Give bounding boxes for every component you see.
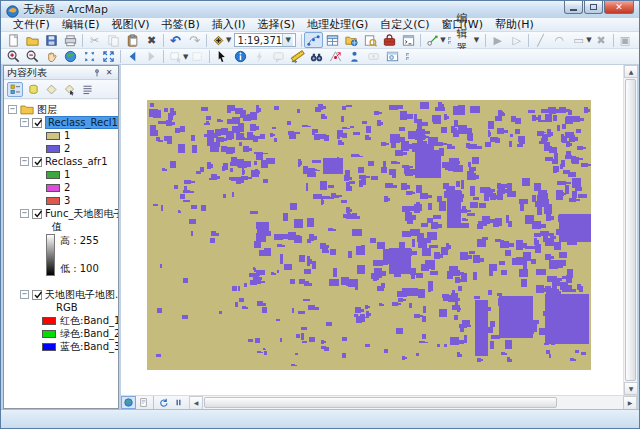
expander-icon[interactable]: − xyxy=(20,290,29,299)
catalog-window-icon[interactable] xyxy=(342,32,361,48)
vertical-scrollbar[interactable]: ▲ ▼ xyxy=(623,65,637,395)
list-by-selection-icon[interactable] xyxy=(61,82,77,97)
menu-5[interactable]: 选择(S) xyxy=(252,18,302,32)
menu-1[interactable]: 编辑(E) xyxy=(56,18,106,32)
full-extent-icon[interactable] xyxy=(61,49,80,65)
layer-name[interactable]: Reclass_afr1 xyxy=(45,156,108,167)
layer-row[interactable]: −Reclass_afr1 xyxy=(4,155,118,168)
menu-3[interactable]: 书签(B) xyxy=(156,18,206,32)
open-icon[interactable] xyxy=(23,32,42,48)
html-popup-icon[interactable] xyxy=(269,49,288,65)
chevron-down-icon[interactable]: ▼ xyxy=(282,34,293,46)
expander-icon[interactable]: − xyxy=(20,209,29,218)
menu-9[interactable]: 帮助(H) xyxy=(489,18,540,32)
minimize-button[interactable] xyxy=(564,1,583,14)
menu-0[interactable]: 文件(F) xyxy=(7,18,56,32)
editor-toolbar-toggle-icon[interactable] xyxy=(304,32,323,48)
print-icon[interactable] xyxy=(61,32,80,48)
data-view-button[interactable] xyxy=(121,396,136,409)
list-by-visibility-icon[interactable] xyxy=(43,82,59,97)
create-viewer-window-icon[interactable] xyxy=(383,49,402,65)
edit-tool-icon[interactable]: ▶ xyxy=(488,32,507,48)
chevron-down-icon[interactable]: ▼ xyxy=(226,36,231,44)
maximize-button[interactable] xyxy=(584,1,603,14)
go-back-extent-icon[interactable] xyxy=(123,49,142,65)
layer-row[interactable]: −Reclass_Recl1 xyxy=(4,116,118,129)
expander-icon[interactable]: − xyxy=(8,105,17,114)
list-by-drawing-order-icon[interactable] xyxy=(7,82,23,97)
edit-annotation-tool-icon[interactable]: ▷ xyxy=(507,32,526,48)
cut-icon[interactable]: ✂ xyxy=(85,32,104,48)
reshape-feature-icon[interactable]: ▣ xyxy=(616,32,635,48)
scroll-right-icon[interactable]: ▶ xyxy=(623,396,637,410)
list-by-source-icon[interactable] xyxy=(25,82,41,97)
menu-2[interactable]: 视图(V) xyxy=(105,18,155,32)
layer-row[interactable]: −天地图电子地图.tif xyxy=(4,288,118,301)
menu-6[interactable]: 地理处理(G) xyxy=(301,18,374,32)
zoom-in-icon[interactable] xyxy=(4,49,23,65)
map-raster[interactable] xyxy=(147,100,591,370)
layer-visibility-checkbox[interactable] xyxy=(32,209,42,219)
copy-icon[interactable] xyxy=(104,32,123,48)
delete-icon[interactable]: ✖ xyxy=(142,32,161,48)
layer-name[interactable]: 天地图电子地图.tif xyxy=(45,288,118,302)
map-scale-combo[interactable]: 1:19,371▼ xyxy=(234,33,296,47)
python-window-icon[interactable] xyxy=(399,32,418,48)
pin-icon[interactable] xyxy=(91,67,103,79)
time-slider-icon[interactable] xyxy=(364,49,383,65)
layer-visibility-checkbox[interactable] xyxy=(32,290,42,300)
close-panel-icon[interactable]: ✕ xyxy=(103,67,115,79)
scroll-up-icon[interactable]: ▲ xyxy=(624,65,638,78)
toc-root-label[interactable]: 图层 xyxy=(37,103,57,117)
fixed-zoom-out-icon[interactable] xyxy=(99,49,118,65)
pan-icon[interactable] xyxy=(42,49,61,65)
hyperlink-icon[interactable] xyxy=(250,49,269,65)
fixed-zoom-in-icon[interactable] xyxy=(80,49,99,65)
layout-view-button[interactable] xyxy=(136,396,151,409)
expander-icon[interactable]: − xyxy=(20,118,29,127)
undo-icon[interactable]: ↶ xyxy=(166,32,185,48)
measure-icon[interactable] xyxy=(288,49,307,65)
toc-options-icon[interactable] xyxy=(79,82,95,97)
menu-7[interactable]: 自定义(C) xyxy=(374,18,435,32)
layer-visibility-checkbox[interactable] xyxy=(32,118,42,128)
find-icon[interactable] xyxy=(307,49,326,65)
find-route-icon[interactable] xyxy=(345,49,364,65)
redo-icon[interactable]: ↷ xyxy=(185,32,204,48)
layer-name[interactable]: Func_天地图电子地图.tif xyxy=(45,207,118,221)
layer-row[interactable]: −Func_天地图电子地图.tif xyxy=(4,207,118,220)
layer-name[interactable]: Reclass_Recl1 xyxy=(45,116,118,129)
horizontal-scroll-thumb[interactable] xyxy=(204,397,557,408)
new-map-icon[interactable] xyxy=(4,32,23,48)
map-viewport[interactable] xyxy=(121,65,623,395)
search-window-icon[interactable] xyxy=(361,32,380,48)
select-elements-icon[interactable] xyxy=(212,49,231,65)
arctoolbox-icon[interactable] xyxy=(380,32,399,48)
layer-visibility-checkbox[interactable] xyxy=(32,157,42,167)
vertical-scroll-thumb[interactable] xyxy=(625,79,636,381)
paste-icon[interactable] xyxy=(123,32,142,48)
create-line-icon[interactable]: ╱ xyxy=(531,32,550,48)
scroll-down-icon[interactable]: ▼ xyxy=(624,382,638,395)
cut-polygons-icon[interactable]: ◫ xyxy=(635,32,640,48)
go-forward-extent-icon[interactable] xyxy=(142,49,161,65)
toc-window-icon[interactable] xyxy=(323,32,342,48)
sketch-tool-icon[interactable]: ▭ xyxy=(569,32,588,48)
zoom-out-icon[interactable] xyxy=(23,49,42,65)
identify-icon[interactable] xyxy=(231,49,250,65)
refresh-view-button[interactable] xyxy=(156,396,171,409)
horizontal-scrollbar[interactable]: ◀ ▶ xyxy=(189,396,637,410)
close-button[interactable]: ✕ xyxy=(604,1,634,14)
select-features-icon[interactable] xyxy=(166,49,185,65)
menu-4[interactable]: 插入(I) xyxy=(206,18,252,32)
scroll-left-icon[interactable]: ◀ xyxy=(189,396,203,410)
save-icon[interactable] xyxy=(42,32,61,48)
toolbar-grip[interactable] xyxy=(448,33,451,47)
expander-icon[interactable]: − xyxy=(20,157,29,166)
clear-selection-icon[interactable] xyxy=(188,49,207,65)
toolbar-grip[interactable] xyxy=(404,50,411,64)
chevron-down-icon[interactable]: ▼ xyxy=(440,36,445,44)
pause-drawing-button[interactable] xyxy=(171,396,186,409)
title-bar[interactable]: 无标题 - ArcMap ✕ xyxy=(1,1,639,18)
create-arc-icon[interactable]: ◠ xyxy=(550,32,569,48)
